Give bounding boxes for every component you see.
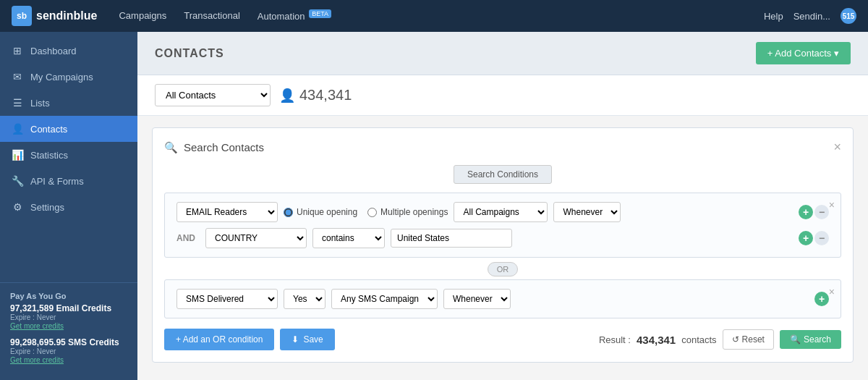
sidebar-item-api-forms[interactable]: 🔧 API & Forms	[0, 168, 137, 194]
person-icon: 👤	[279, 88, 295, 104]
sms-credits-block: 99,298,695.95 SMS Credits Expire : Never…	[10, 337, 127, 364]
radio-multiple-openings[interactable]: Multiple openings	[367, 207, 448, 217]
search-button[interactable]: 🔍 Search	[780, 330, 841, 349]
search-icon: 🔍	[164, 141, 178, 154]
sidebar-item-dashboard[interactable]: ⊞ Dashboard	[0, 38, 137, 64]
conditions-tab-bar: Search Conditions	[164, 165, 841, 184]
contact-count-value: 434,341	[299, 87, 352, 104]
field-select-country[interactable]: COUNTRY	[205, 228, 307, 248]
campaigns-icon: ✉	[12, 71, 23, 83]
statistics-icon: 📊	[12, 149, 23, 161]
account-button[interactable]: Sendin...	[793, 11, 830, 22]
sidebar-item-label: Lists	[30, 98, 50, 109]
sidebar-item-label: My Campaigns	[30, 72, 93, 83]
save-icon: ⬇	[292, 334, 299, 345]
close-group-2-button[interactable]: ×	[829, 286, 835, 297]
or-badge: OR	[488, 262, 519, 276]
email-credits-expire: Expire : Never	[10, 313, 127, 321]
contact-count-bar: All Contacts 👤 434,341	[137, 75, 868, 116]
conditions-tab[interactable]: Search Conditions	[454, 165, 552, 184]
nav-campaigns[interactable]: Campaigns	[119, 10, 166, 21]
sidebar-item-my-campaigns[interactable]: ✉ My Campaigns	[0, 64, 137, 90]
condition-group-2: × SMS Delivered Yes Any SMS Campaign Whe…	[164, 279, 841, 318]
logo[interactable]: sb sendinblue	[12, 6, 97, 26]
sms-credits-expire: Expire : Never	[10, 347, 127, 355]
sidebar-item-label: Contacts	[30, 124, 67, 135]
contacts-icon: 👤	[12, 123, 23, 135]
sms-campaign-select[interactable]: Any SMS Campaign	[331, 289, 438, 309]
add-remove-btns-3: +	[814, 292, 829, 306]
reset-button[interactable]: ↺ Reset	[723, 329, 774, 350]
get-more-email-credits[interactable]: Get more credits	[10, 322, 64, 330]
help-button[interactable]: Help	[764, 11, 783, 22]
reset-icon: ↺	[732, 334, 739, 345]
campaign-select-1[interactable]: All Campaigns	[454, 202, 548, 222]
search-btn-label: Search	[804, 334, 831, 345]
search-panel-title: 🔍 Search Contacts	[164, 141, 264, 154]
operator-select[interactable]: contains	[312, 228, 385, 248]
lists-icon: ☰	[12, 97, 23, 109]
country-value-input[interactable]	[391, 229, 512, 248]
reset-label: Reset	[742, 334, 765, 345]
whenever-select-1[interactable]: Whenever	[553, 202, 621, 222]
sidebar-item-settings[interactable]: ⚙ Settings	[0, 194, 137, 220]
search-panel-header: 🔍 Search Contacts ×	[164, 140, 841, 155]
layout: ⊞ Dashboard ✉ My Campaigns ☰ Lists 👤 Con…	[0, 32, 868, 380]
field-select-email-readers[interactable]: EMAIL Readers	[176, 202, 278, 222]
bottom-actions: + Add an OR condition ⬇ Save Result : 43…	[164, 329, 841, 350]
nav-automation[interactable]: Automation BETA	[258, 10, 331, 22]
result-area: Result : 434,341 contacts	[599, 334, 717, 346]
add-contacts-button[interactable]: + Add Contacts ▾	[756, 42, 851, 64]
close-panel-button[interactable]: ×	[833, 140, 841, 155]
email-credits-amount: 97,321,589 Email Credits	[10, 303, 127, 313]
sidebar-item-lists[interactable]: ☰ Lists	[0, 90, 137, 116]
sidebar: ⊞ Dashboard ✉ My Campaigns ☰ Lists 👤 Con…	[0, 32, 137, 380]
whenever-select-2[interactable]: Whenever	[443, 289, 511, 309]
result-count: 434,341	[637, 334, 676, 346]
logo-icon: sb	[12, 6, 32, 26]
sidebar-credits: Pay As You Go 97,321,589 Email Credits E…	[0, 282, 137, 380]
condition-group-1: × EMAIL Readers Unique opening Multiple	[164, 193, 841, 258]
contact-count: 👤 434,341	[279, 87, 352, 104]
get-more-sms-credits[interactable]: Get more credits	[10, 356, 64, 364]
api-icon: 🔧	[12, 175, 23, 187]
sidebar-item-statistics[interactable]: 📊 Statistics	[0, 142, 137, 168]
search-panel: 🔍 Search Contacts × Search Conditions × …	[152, 127, 854, 363]
save-label: Save	[303, 334, 323, 345]
email-credits-block: 97,321,589 Email Credits Expire : Never …	[10, 303, 127, 330]
add-row-button-2[interactable]: +	[799, 231, 813, 245]
condition-row-1-2: AND COUNTRY contains + −	[176, 228, 829, 248]
main-content: CONTACTS + Add Contacts ▾ All Contacts 👤…	[137, 32, 868, 380]
yes-select[interactable]: Yes	[284, 289, 326, 309]
settings-icon: ⚙	[12, 201, 23, 213]
remove-row-button-1[interactable]: −	[814, 205, 829, 219]
top-nav: sb sendinblue Campaigns Transactional Au…	[0, 0, 868, 32]
notification-badge[interactable]: 515	[841, 8, 856, 24]
contacts-filter-select[interactable]: All Contacts	[155, 84, 271, 106]
save-button[interactable]: ⬇ Save	[280, 329, 334, 350]
bottom-right: Result : 434,341 contacts ↺ Reset 🔍 Sear…	[599, 329, 841, 350]
add-or-condition-button[interactable]: + Add an OR condition	[164, 329, 274, 350]
sidebar-item-label: API & Forms	[30, 176, 84, 187]
contacts-label: contacts	[681, 334, 716, 345]
page-title: CONTACTS	[155, 47, 224, 60]
field-select-sms[interactable]: SMS Delivered	[176, 289, 278, 309]
top-nav-items: Campaigns Transactional Automation BETA	[119, 10, 763, 22]
remove-row-button-2[interactable]: −	[814, 231, 829, 245]
close-group-1-button[interactable]: ×	[829, 199, 835, 211]
or-separator: OR	[164, 262, 841, 276]
page-header: CONTACTS + Add Contacts ▾	[137, 32, 868, 75]
condition-row-1-1: EMAIL Readers Unique opening Multiple op…	[176, 202, 829, 222]
sidebar-item-label: Statistics	[30, 150, 68, 161]
add-row-button-3[interactable]: +	[814, 292, 829, 306]
add-row-button-1[interactable]: +	[799, 205, 813, 219]
nav-transactional[interactable]: Transactional	[184, 10, 240, 21]
result-label: Result :	[599, 334, 631, 345]
pay-as-you-go: Pay As You Go	[10, 292, 127, 300]
condition-row-2-1: SMS Delivered Yes Any SMS Campaign Whene…	[176, 289, 829, 309]
radio-unique-opening[interactable]: Unique opening	[284, 207, 357, 217]
bottom-left: + Add an OR condition ⬇ Save	[164, 329, 335, 350]
sidebar-item-label: Dashboard	[30, 46, 77, 56]
sidebar-item-contacts[interactable]: 👤 Contacts	[0, 116, 137, 142]
sidebar-item-label: Settings	[30, 202, 64, 213]
